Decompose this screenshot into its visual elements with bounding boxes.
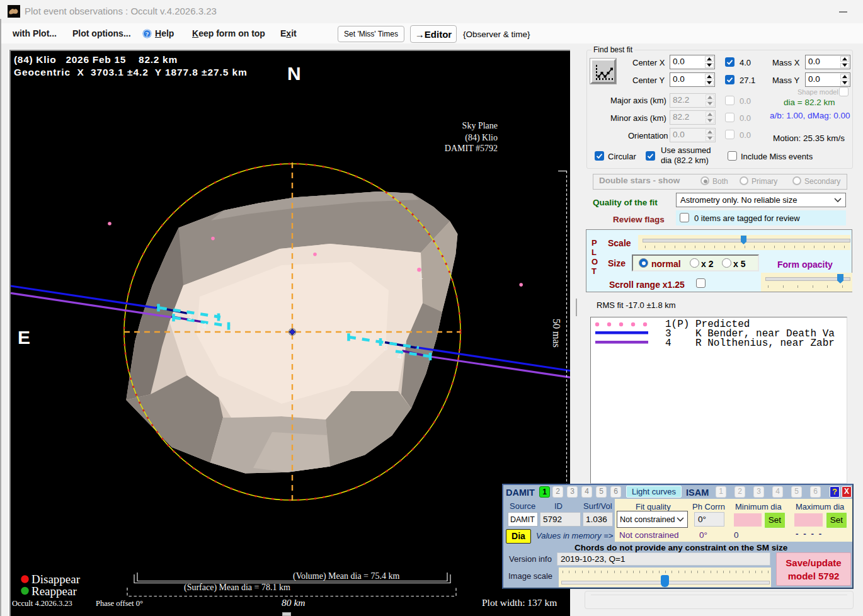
svg-text:(Surface) Mean dia = 78.1 km: (Surface) Mean dia = 78.1 km [184,583,290,593]
svg-text:Geocentric X 3703.1 ±4.2 Y: Geocentric X 3703.1 ±4.2 Y 1877.8 ±27.5 … [14,67,248,77]
svg-text:DAMIT #5792: DAMIT #5792 [445,144,498,153]
svg-text:3: 3 [188,313,192,322]
svg-text:?: ? [146,30,149,38]
svg-text:(Volume) Mean dia = 75.4 km: (Volume) Mean dia = 75.4 km [293,571,399,581]
svg-text:N: N [287,63,301,84]
svg-text:50 mas: 50 mas [551,319,562,348]
svg-text:(84) Klio: (84) Klio [465,133,498,143]
svg-text:80 km: 80 km [282,597,305,608]
svg-text:Occult 4.2026.3.23: Occult 4.2026.3.23 [12,599,72,608]
svg-text:Reappear: Reappear [31,585,77,598]
svg-text:1: 1 [419,272,423,281]
svg-text:Plot width: 137 km: Plot width: 137 km [482,597,557,608]
svg-text:(84) Klio 2026 Feb 15 82.: (84) Klio 2026 Feb 15 82.2 km [14,54,178,65]
svg-text:Phase offset 0°: Phase offset 0° [96,599,143,608]
svg-text:3: 3 [384,343,388,352]
svg-text:4: 4 [397,352,402,361]
svg-text:4: 4 [202,322,207,331]
svg-text:E: E [18,327,30,348]
svg-text:Sky Plane: Sky Plane [462,121,498,130]
